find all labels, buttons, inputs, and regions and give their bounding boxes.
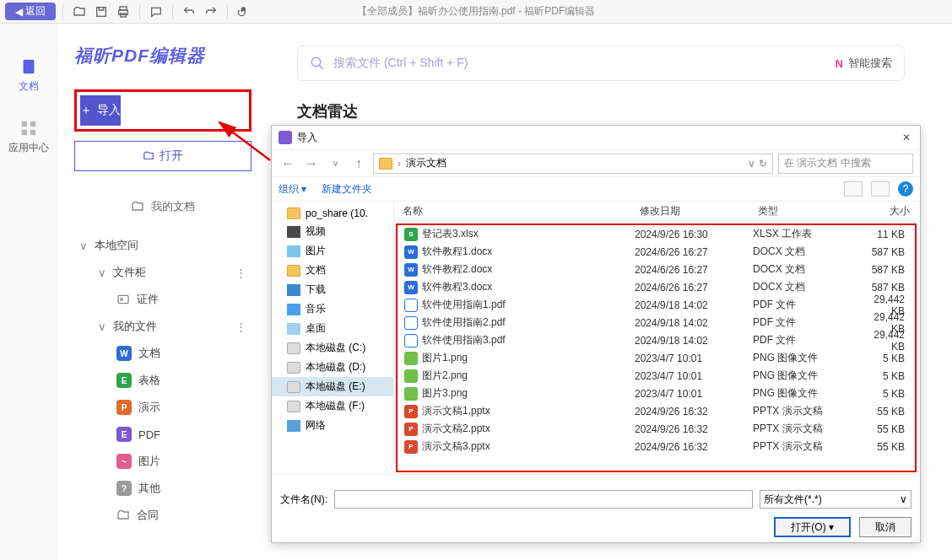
nav-filetype-2[interactable]: P演示: [74, 394, 252, 421]
dialog-open-button[interactable]: 打开(O) ▾: [774, 517, 851, 537]
file-row[interactable]: 图片2.png 2023/4/7 10:01 PNG 图像文件 5 KB: [398, 367, 915, 385]
file-date: 2024/9/18 14:02: [635, 317, 753, 329]
file-type: PPTX 演示文稿: [753, 422, 861, 436]
filetype-label: 文档: [138, 346, 160, 361]
preview-pane-icon[interactable]: [871, 181, 890, 197]
nav-filetype-0[interactable]: W文档: [74, 340, 252, 367]
file-row[interactable]: 图片1.png 2023/4/7 10:01 PNG 图像文件 5 KB: [398, 349, 915, 367]
organize-menu[interactable]: 组织 ▾: [279, 182, 306, 197]
file-type: DOCX 文档: [753, 262, 861, 277]
tree-item[interactable]: 网络: [272, 416, 393, 435]
nav-filetype-5[interactable]: ?其他: [74, 475, 252, 502]
col-size[interactable]: 大小: [866, 204, 920, 218]
tree-item[interactable]: 本地磁盘 (F:): [272, 396, 393, 416]
nav-fwd-icon[interactable]: →: [302, 154, 321, 173]
more-icon[interactable]: ⋮: [235, 267, 246, 279]
file-row[interactable]: P 演示文稿2.pptx 2024/9/26 16:32 PPTX 演示文稿 5…: [398, 420, 915, 438]
tree-item[interactable]: 本地磁盘 (D:): [272, 358, 393, 377]
nav-recent-icon[interactable]: ∨: [326, 154, 344, 173]
dialog-cancel-button[interactable]: 取消: [859, 517, 911, 537]
open-button[interactable]: 打开: [74, 141, 252, 171]
nav-up-icon[interactable]: ↑: [349, 154, 368, 173]
nav-filetype-3[interactable]: EPDF: [74, 421, 252, 448]
tree-icon: [287, 304, 300, 315]
file-name: 软件使用指南1.pdf: [422, 298, 635, 312]
nav-cert[interactable]: 证件: [74, 286, 252, 313]
filter-select[interactable]: 所有文件(*.*)∨: [760, 490, 911, 509]
nav-filetype-1[interactable]: E表格: [74, 367, 252, 394]
addr-dropdown-icon[interactable]: ∨: [748, 158, 755, 170]
col-name[interactable]: 名称: [394, 204, 640, 218]
file-icon: [404, 352, 418, 365]
file-size: 29,442 KB: [861, 329, 915, 353]
file-icon: P: [404, 405, 418, 418]
tree-item[interactable]: 图片: [272, 241, 393, 261]
breadcrumb-text: 演示文档: [406, 156, 446, 170]
nav-cabinet[interactable]: ∨文件柜⋮: [74, 259, 252, 286]
file-row[interactable]: 软件使用指南3.pdf 2024/9/18 14:02 PDF 文件 29,44…: [398, 331, 915, 349]
file-row[interactable]: P 演示文稿1.pptx 2024/9/26 16:32 PPTX 演示文稿 5…: [398, 402, 915, 420]
newfolder-button[interactable]: 新建文件夹: [322, 182, 372, 197]
organize-label: 组织: [279, 183, 299, 195]
help-icon[interactable]: ?: [898, 181, 913, 197]
file-type: PNG 图像文件: [753, 386, 861, 401]
rail-apps[interactable]: 应用中心: [8, 119, 49, 155]
file-row[interactable]: 软件使用指南2.pdf 2024/9/18 14:02 PDF 文件 29,44…: [398, 314, 915, 331]
file-name: 软件教程1.docx: [422, 245, 635, 259]
tree-item[interactable]: 文档: [272, 261, 393, 280]
dialog-app-icon: [279, 131, 292, 144]
nav-myfiles[interactable]: ∨我的文件⋮: [74, 313, 252, 340]
file-row[interactable]: W 软件教程1.docx 2024/6/26 16:27 DOCX 文档 587…: [398, 243, 915, 261]
file-row[interactable]: 图片3.png 2023/4/7 10:01 PNG 图像文件 5 KB: [398, 385, 915, 402]
filename-input[interactable]: [334, 490, 753, 509]
rail-documents[interactable]: 文档: [19, 57, 39, 94]
chat-icon[interactable]: [147, 3, 165, 21]
file-row[interactable]: 软件使用指南1.pdf 2024/9/18 14:02 PDF 文件 29,44…: [398, 296, 915, 314]
print-icon[interactable]: [114, 3, 133, 21]
back-button[interactable]: ◀ 返回: [5, 3, 56, 20]
tree-icon: [287, 362, 300, 374]
save-icon[interactable]: [92, 3, 111, 21]
filename-row: 文件名(N): 所有文件(*.*)∨: [280, 490, 911, 509]
back-label: 返回: [25, 4, 46, 19]
tree-item[interactable]: 桌面: [272, 319, 393, 338]
address-bar[interactable]: › 演示文档 ∨↻: [373, 153, 773, 174]
tree-item[interactable]: 本地磁盘 (C:): [272, 338, 393, 358]
undo-icon[interactable]: [180, 3, 198, 21]
open-file-icon[interactable]: [70, 3, 89, 21]
ai-icon: N: [836, 57, 843, 70]
file-type: PPTX 演示文稿: [753, 439, 861, 454]
tree-item[interactable]: 视频: [272, 222, 393, 241]
tree-item[interactable]: 本地磁盘 (E:): [272, 377, 393, 396]
file-row[interactable]: W 软件教程3.docx 2024/6/26 16:27 DOCX 文档 587…: [398, 278, 915, 296]
file-icon: P: [404, 440, 418, 454]
file-row[interactable]: W 软件教程2.docx 2024/6/26 16:27 DOCX 文档 587…: [398, 261, 915, 278]
nav-back-icon[interactable]: ←: [279, 154, 297, 173]
dialog-toolbar: 组织 ▾ 新建文件夹 ?: [272, 176, 920, 202]
addr-refresh-icon[interactable]: ↻: [759, 158, 767, 170]
nav-filetype-6[interactable]: 合同: [74, 502, 252, 529]
tree-item[interactable]: 下载: [272, 280, 393, 299]
svg-rect-0: [97, 7, 106, 16]
more-icon[interactable]: ⋮: [235, 320, 246, 333]
col-type[interactable]: 类型: [758, 204, 866, 218]
tree-item[interactable]: po_share (10.: [272, 205, 393, 222]
view-mode-icon[interactable]: [844, 181, 863, 197]
tree-item[interactable]: 音乐: [272, 299, 393, 319]
file-row[interactable]: P 演示文稿3.pptx 2024/9/26 16:32 PPTX 演示文稿 5…: [398, 438, 915, 455]
smart-search[interactable]: N 智能搜索: [836, 56, 892, 71]
nav-local-space[interactable]: ∨本地空间: [74, 232, 252, 259]
col-date[interactable]: 修改日期: [640, 204, 758, 218]
import-button[interactable]: ＋ 导入: [80, 95, 121, 126]
search-box[interactable]: 搜索文件 (Ctrl + Shift + F) N 智能搜索: [297, 46, 905, 81]
nav-cert-label: 证件: [137, 292, 159, 307]
close-icon[interactable]: ✕: [898, 129, 915, 146]
filetype-label: 图片: [138, 454, 160, 469]
nav-mydocs[interactable]: 我的文档: [74, 193, 252, 220]
dialog-search[interactable]: 在 演示文档 中搜索: [778, 153, 913, 174]
file-type-list: W文档E表格P演示EPDF~图片?其他合同: [74, 340, 252, 529]
hand-tool-icon[interactable]: [235, 3, 253, 21]
nav-filetype-4[interactable]: ~图片: [74, 448, 252, 475]
file-row[interactable]: S 登记表3.xlsx 2024/9/26 16:30 XLSX 工作表 11 …: [398, 225, 915, 243]
redo-icon[interactable]: [202, 3, 220, 21]
